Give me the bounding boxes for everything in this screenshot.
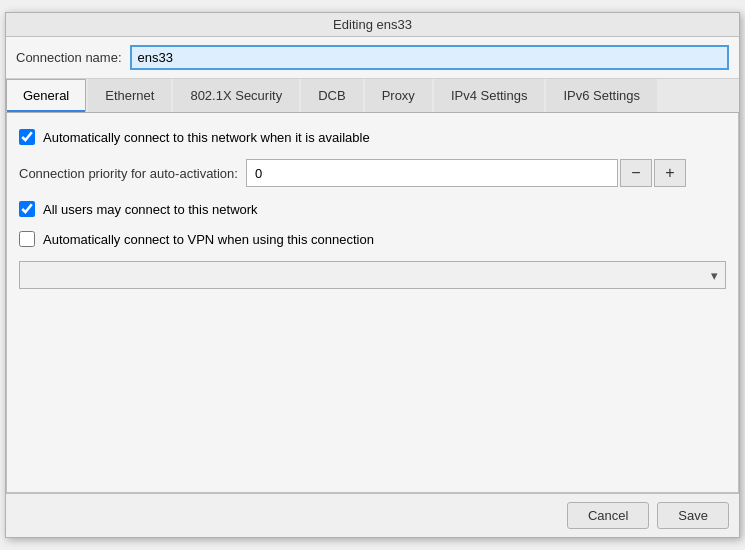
cancel-button[interactable]: Cancel	[567, 502, 649, 529]
vpn-auto-connect-row: Automatically connect to VPN when using …	[19, 231, 726, 247]
tab-dcb[interactable]: DCB	[301, 79, 362, 112]
vpn-dropdown-wrapper: ▾	[19, 261, 726, 289]
priority-row: Connection priority for auto-activation:…	[19, 159, 726, 187]
tab-ipv6-settings[interactable]: IPv6 Settings	[546, 79, 657, 112]
tabs: General Ethernet 802.1X Security DCB Pro…	[6, 79, 739, 113]
tab-ipv4-settings[interactable]: IPv4 Settings	[434, 79, 545, 112]
priority-input-group: − +	[246, 159, 686, 187]
priority-increment-button[interactable]: +	[654, 159, 686, 187]
priority-input[interactable]	[246, 159, 618, 187]
vpn-connect-label: Automatically connect to VPN when using …	[43, 232, 374, 247]
bottom-bar: Cancel Save	[6, 493, 739, 537]
all-users-row: All users may connect to this network	[19, 201, 726, 217]
vpn-dropdown[interactable]	[19, 261, 726, 289]
title-bar: Editing ens33	[6, 13, 739, 37]
connection-name-row: Connection name:	[6, 37, 739, 79]
vpn-connect-checkbox[interactable]	[19, 231, 35, 247]
connection-name-label: Connection name:	[16, 50, 122, 65]
save-button[interactable]: Save	[657, 502, 729, 529]
tab-general[interactable]: General	[6, 79, 86, 112]
tab-content-general: Automatically connect to this network wh…	[6, 113, 739, 493]
priority-decrement-button[interactable]: −	[620, 159, 652, 187]
dialog-title: Editing ens33	[333, 17, 412, 32]
connection-name-input[interactable]	[130, 45, 729, 70]
auto-connect-label: Automatically connect to this network wh…	[43, 130, 370, 145]
dialog: Editing ens33 Connection name: General E…	[5, 12, 740, 538]
tab-proxy[interactable]: Proxy	[365, 79, 432, 112]
auto-connect-checkbox[interactable]	[19, 129, 35, 145]
auto-connect-row: Automatically connect to this network wh…	[19, 129, 726, 145]
all-users-label: All users may connect to this network	[43, 202, 258, 217]
tab-ethernet[interactable]: Ethernet	[88, 79, 171, 112]
priority-label: Connection priority for auto-activation:	[19, 166, 238, 181]
tab-802-1x-security[interactable]: 802.1X Security	[173, 79, 299, 112]
all-users-checkbox[interactable]	[19, 201, 35, 217]
